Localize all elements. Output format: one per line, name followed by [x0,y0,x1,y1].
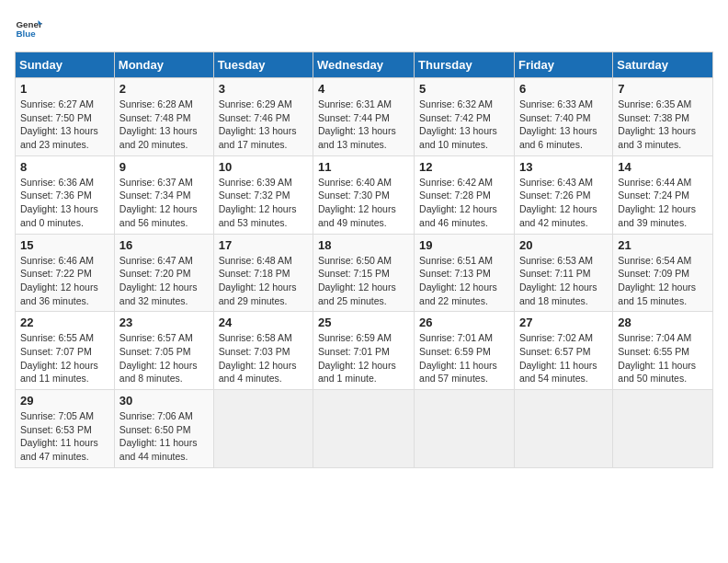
logo-icon: General Blue [15,15,42,42]
calendar-cell [514,390,612,468]
day-number: 13 [519,160,608,174]
calendar-cell: 2 Sunrise: 6:28 AMSunset: 7:48 PMDayligh… [114,78,213,156]
day-detail: Sunrise: 7:06 AMSunset: 6:50 PMDaylight:… [119,410,198,462]
calendar-week-3: 15 Sunrise: 6:46 AMSunset: 7:22 PMDaylig… [16,234,713,312]
calendar-cell [213,390,313,468]
day-number: 23 [119,316,209,329]
calendar-week-1: 1 Sunrise: 6:27 AMSunset: 7:50 PMDayligh… [16,78,713,156]
day-detail: Sunrise: 6:57 AMSunset: 7:05 PMDaylight:… [119,332,198,384]
day-number: 22 [20,316,109,329]
day-number: 8 [20,160,109,174]
day-detail: Sunrise: 6:47 AMSunset: 7:20 PMDaylight:… [119,255,198,306]
calendar-cell: 10 Sunrise: 6:39 AMSunset: 7:32 PMDaylig… [213,155,313,234]
calendar-cell: 25 Sunrise: 6:59 AMSunset: 7:01 PMDaylig… [313,312,415,390]
day-detail: Sunrise: 6:48 AMSunset: 7:18 PMDaylight:… [219,255,297,306]
day-detail: Sunrise: 6:55 AMSunset: 7:07 PMDaylight:… [20,332,98,384]
day-detail: Sunrise: 6:53 AMSunset: 7:11 PMDaylight:… [519,255,597,306]
calendar-cell [313,390,415,468]
day-number: 10 [219,160,308,174]
day-number: 28 [618,316,708,329]
day-detail: Sunrise: 7:05 AMSunset: 6:53 PMDaylight:… [20,410,98,462]
calendar-cell: 27 Sunrise: 7:02 AMSunset: 6:57 PMDaylig… [514,312,612,390]
header-cell-wednesday: Wednesday [313,52,415,78]
calendar-week-4: 22 Sunrise: 6:55 AMSunset: 7:07 PMDaylig… [16,312,713,390]
day-number: 21 [618,238,708,252]
day-number: 14 [618,160,708,174]
calendar-cell: 19 Sunrise: 6:51 AMSunset: 7:13 PMDaylig… [415,234,515,312]
logo: General Blue [15,15,42,42]
day-detail: Sunrise: 6:42 AMSunset: 7:28 PMDaylight:… [419,177,497,228]
calendar-cell: 13 Sunrise: 6:43 AMSunset: 7:26 PMDaylig… [514,155,612,234]
day-detail: Sunrise: 6:31 AMSunset: 7:44 PMDaylight:… [318,98,396,150]
calendar-cell: 4 Sunrise: 6:31 AMSunset: 7:44 PMDayligh… [313,78,415,156]
day-detail: Sunrise: 6:59 AMSunset: 7:01 PMDaylight:… [318,332,396,384]
calendar-cell: 9 Sunrise: 6:37 AMSunset: 7:34 PMDayligh… [114,155,213,234]
day-number: 5 [419,82,509,96]
day-number: 27 [519,316,608,329]
header-cell-tuesday: Tuesday [213,52,313,78]
day-detail: Sunrise: 7:01 AMSunset: 6:59 PMDaylight:… [419,332,497,384]
day-number: 19 [419,238,509,252]
day-number: 17 [219,238,308,252]
calendar-cell: 18 Sunrise: 6:50 AMSunset: 7:15 PMDaylig… [313,234,415,312]
day-detail: Sunrise: 6:33 AMSunset: 7:40 PMDaylight:… [519,98,597,150]
day-number: 29 [20,394,109,408]
day-detail: Sunrise: 6:46 AMSunset: 7:22 PMDaylight:… [20,255,98,306]
calendar-cell: 5 Sunrise: 6:32 AMSunset: 7:42 PMDayligh… [415,78,515,156]
day-detail: Sunrise: 6:58 AMSunset: 7:03 PMDaylight:… [219,332,297,384]
day-detail: Sunrise: 7:02 AMSunset: 6:57 PMDaylight:… [519,332,597,384]
calendar-cell: 24 Sunrise: 6:58 AMSunset: 7:03 PMDaylig… [213,312,313,390]
day-detail: Sunrise: 6:36 AMSunset: 7:36 PMDaylight:… [20,177,98,228]
page-header: General Blue [15,15,713,42]
calendar-cell: 11 Sunrise: 6:40 AMSunset: 7:30 PMDaylig… [313,155,415,234]
calendar-cell: 28 Sunrise: 7:04 AMSunset: 6:55 PMDaylig… [613,312,713,390]
day-number: 2 [119,82,209,96]
header-cell-friday: Friday [514,52,612,78]
day-detail: Sunrise: 7:04 AMSunset: 6:55 PMDaylight:… [618,332,696,384]
svg-text:Blue: Blue [17,29,37,39]
calendar-cell: 30 Sunrise: 7:06 AMSunset: 6:50 PMDaylig… [114,390,213,468]
calendar-cell: 16 Sunrise: 6:47 AMSunset: 7:20 PMDaylig… [114,234,213,312]
calendar-cell: 17 Sunrise: 6:48 AMSunset: 7:18 PMDaylig… [213,234,313,312]
calendar-cell: 7 Sunrise: 6:35 AMSunset: 7:38 PMDayligh… [613,78,713,156]
day-detail: Sunrise: 6:29 AMSunset: 7:46 PMDaylight:… [219,98,297,150]
calendar-cell: 29 Sunrise: 7:05 AMSunset: 6:53 PMDaylig… [16,390,115,468]
calendar-cell: 12 Sunrise: 6:42 AMSunset: 7:28 PMDaylig… [415,155,515,234]
calendar-cell: 21 Sunrise: 6:54 AMSunset: 7:09 PMDaylig… [613,234,713,312]
day-detail: Sunrise: 6:35 AMSunset: 7:38 PMDaylight:… [618,98,696,150]
calendar-table: SundayMondayTuesdayWednesdayThursdayFrid… [15,52,713,468]
day-number: 1 [20,82,109,96]
day-number: 20 [519,238,608,252]
header-cell-monday: Monday [114,52,213,78]
day-number: 16 [119,238,209,252]
calendar-cell: 3 Sunrise: 6:29 AMSunset: 7:46 PMDayligh… [213,78,313,156]
day-detail: Sunrise: 6:43 AMSunset: 7:26 PMDaylight:… [519,177,597,228]
day-number: 24 [219,316,308,329]
day-detail: Sunrise: 6:40 AMSunset: 7:30 PMDaylight:… [318,177,396,228]
day-detail: Sunrise: 6:27 AMSunset: 7:50 PMDaylight:… [20,98,98,150]
day-number: 9 [119,160,209,174]
calendar-cell: 8 Sunrise: 6:36 AMSunset: 7:36 PMDayligh… [16,155,115,234]
day-detail: Sunrise: 6:32 AMSunset: 7:42 PMDaylight:… [419,98,497,150]
day-detail: Sunrise: 6:51 AMSunset: 7:13 PMDaylight:… [419,255,497,306]
day-number: 15 [20,238,109,252]
header-cell-sunday: Sunday [16,52,115,78]
day-number: 3 [219,82,308,96]
day-number: 12 [419,160,509,174]
day-detail: Sunrise: 6:37 AMSunset: 7:34 PMDaylight:… [119,177,198,228]
day-number: 25 [318,316,409,329]
day-number: 26 [419,316,509,329]
day-number: 18 [318,238,409,252]
calendar-week-2: 8 Sunrise: 6:36 AMSunset: 7:36 PMDayligh… [16,155,713,234]
calendar-cell [415,390,515,468]
calendar-cell: 23 Sunrise: 6:57 AMSunset: 7:05 PMDaylig… [114,312,213,390]
day-number: 30 [119,394,209,408]
day-detail: Sunrise: 6:44 AMSunset: 7:24 PMDaylight:… [618,177,696,228]
day-detail: Sunrise: 6:28 AMSunset: 7:48 PMDaylight:… [119,98,198,150]
calendar-cell: 26 Sunrise: 7:01 AMSunset: 6:59 PMDaylig… [415,312,515,390]
header-cell-thursday: Thursday [415,52,515,78]
header-cell-saturday: Saturday [613,52,713,78]
calendar-week-5: 29 Sunrise: 7:05 AMSunset: 6:53 PMDaylig… [16,390,713,468]
day-number: 11 [318,160,409,174]
calendar-cell: 15 Sunrise: 6:46 AMSunset: 7:22 PMDaylig… [16,234,115,312]
